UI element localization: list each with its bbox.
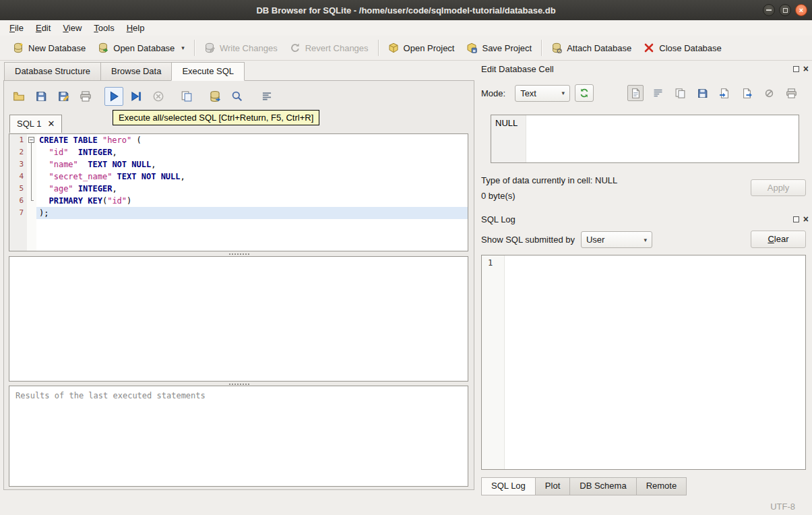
filter-label: Show SQL submitted by xyxy=(481,235,575,245)
titlebar[interactable]: DB Browser for SQLite - /home/user/code/… xyxy=(0,0,812,20)
splitter-handle[interactable] xyxy=(4,251,474,256)
menu-tools[interactable]: Tools xyxy=(88,22,120,34)
execute-sql-panel: SQL 1 ✕ 1−CREATE TABLE "hero" (2 "id" IN… xyxy=(3,80,474,490)
tab-database-structure[interactable]: Database Structure xyxy=(4,62,100,81)
tab-plot[interactable]: Plot xyxy=(536,477,570,495)
close-database-icon xyxy=(644,42,654,53)
float-icon[interactable] xyxy=(793,66,799,72)
code-text: CREATE TABLE "hero" ( xyxy=(36,134,468,146)
import-cell-button[interactable] xyxy=(716,85,732,101)
save-cell-button[interactable] xyxy=(694,85,710,101)
open-project-button[interactable]: Open Project xyxy=(382,40,461,56)
fold-marker xyxy=(27,171,36,183)
close-icon[interactable]: × xyxy=(803,66,809,72)
menu-view[interactable]: View xyxy=(57,22,88,34)
edit-cell-dock-header: Edit Database Cell × xyxy=(481,63,809,75)
sql-doc-tab[interactable]: SQL 1 ✕ xyxy=(9,115,62,133)
editor-line[interactable]: 6 PRIMARY KEY("id") xyxy=(9,195,468,207)
sql-log-dock-header: SQL Log × xyxy=(481,213,809,225)
menu-edit[interactable]: Edit xyxy=(30,22,57,34)
sql-log-view[interactable]: 1 xyxy=(481,255,806,470)
line-number: 2 xyxy=(9,146,27,158)
tab-sql-log[interactable]: SQL Log xyxy=(481,477,536,495)
print-sql-button[interactable] xyxy=(76,87,95,106)
right-pane: Edit Database Cell × Mode: Text ▾ NULL T… xyxy=(476,61,812,497)
chevron-down-icon[interactable]: ▾ xyxy=(181,44,185,51)
open-sql-file-button[interactable] xyxy=(9,87,28,106)
editor-line[interactable]: 2 "id" INTEGER, xyxy=(9,146,468,158)
edit-cell-toolbar: Mode: Text ▾ xyxy=(481,84,809,102)
float-icon[interactable] xyxy=(793,216,799,222)
set-null-button[interactable] xyxy=(761,85,777,101)
tab-execute-sql[interactable]: Execute SQL xyxy=(171,62,245,81)
menubar: File Edit View Tools Help xyxy=(0,20,812,36)
editor-line[interactable]: 4 "secret_name" TEXT NOT NULL, xyxy=(9,171,468,183)
print-cell-button[interactable] xyxy=(783,85,799,101)
code-text: "id" INTEGER, xyxy=(36,146,468,158)
clear-button[interactable]: Clear xyxy=(751,231,806,248)
close-icon[interactable]: × xyxy=(803,216,809,222)
export-cell-button[interactable] xyxy=(739,85,755,101)
fold-marker xyxy=(27,183,36,195)
format-sql-button[interactable] xyxy=(257,87,276,106)
cell-value-area: NULL xyxy=(491,115,526,162)
line-number: 7 xyxy=(9,207,27,219)
app-window: DB Browser for SQLite - /home/user/code/… xyxy=(0,0,812,515)
save-results-button[interactable] xyxy=(177,87,196,106)
editor-line[interactable]: 1−CREATE TABLE "hero" ( xyxy=(9,134,468,146)
sql-log-title: SQL Log xyxy=(481,214,793,224)
splitter-grip-icon xyxy=(229,384,249,385)
auto-format-button[interactable] xyxy=(575,84,594,102)
results-grid[interactable] xyxy=(9,256,468,382)
main-tab-bar: Database StructureBrowse DataExecute SQL xyxy=(4,62,245,81)
attach-database-button[interactable]: Attach Database xyxy=(545,40,637,56)
copy-cell-button[interactable] xyxy=(672,85,688,101)
line-number: 4 xyxy=(9,171,27,183)
execute-all-button[interactable] xyxy=(104,87,123,106)
code-text: "secret_name" TEXT NOT NULL, xyxy=(36,171,468,183)
write-changes-label: Write Changes xyxy=(220,43,278,53)
find-replace-button[interactable] xyxy=(228,87,247,106)
line-number: 1 xyxy=(9,134,27,146)
cell-editor[interactable]: NULL xyxy=(491,115,799,163)
submitted-by-select[interactable]: User ▾ xyxy=(581,231,652,248)
close-tab-icon[interactable]: ✕ xyxy=(47,119,55,128)
close-database-button[interactable]: Close Database xyxy=(637,40,728,56)
editor-line[interactable]: 3 "name" TEXT NOT NULL, xyxy=(9,158,468,171)
save-project-button[interactable]: Save Project xyxy=(460,40,538,56)
editor-line[interactable]: 5 "age" INTEGER, xyxy=(9,183,468,195)
close-button[interactable]: × xyxy=(795,4,807,16)
menu-file[interactable]: File xyxy=(3,22,30,34)
mode-select[interactable]: Text ▾ xyxy=(515,85,570,102)
line-number: 6 xyxy=(9,195,27,207)
menu-help[interactable]: Help xyxy=(121,22,151,34)
new-database-icon xyxy=(13,42,24,53)
open-database-button[interactable]: Open Database▾ xyxy=(92,40,191,56)
maximize-button[interactable] xyxy=(779,4,791,16)
sql-doc-tab-bar: SQL 1 ✕ xyxy=(9,115,62,133)
tab-browse-data[interactable]: Browse Data xyxy=(100,62,171,81)
fold-marker xyxy=(27,195,36,207)
save-sql-file-as-button[interactable] xyxy=(54,87,73,106)
sql-editor[interactable]: 1−CREATE TABLE "hero" (2 "id" INTEGER,3 … xyxy=(9,133,468,251)
export-database-button[interactable] xyxy=(206,87,224,106)
tooltip: Execute all/selected SQL [Ctrl+Return, F… xyxy=(113,110,319,125)
new-database-button[interactable]: New Database xyxy=(7,40,92,56)
revert-changes-label: Revert Changes xyxy=(305,43,369,53)
open-database-label: Open Database xyxy=(113,43,175,53)
statusbar: UTF-8 xyxy=(0,497,812,515)
mode-value: Text xyxy=(520,88,536,98)
editor-line[interactable]: 7); xyxy=(9,207,468,219)
chevron-down-icon: ▾ xyxy=(644,237,647,243)
window-controls: × xyxy=(763,4,807,16)
tab-db-schema[interactable]: DB Schema xyxy=(570,477,636,495)
minimize-button[interactable] xyxy=(763,4,775,16)
word-wrap-button[interactable] xyxy=(650,85,666,101)
document-button[interactable] xyxy=(627,85,644,101)
tab-remote[interactable]: Remote xyxy=(637,477,687,495)
revert-changes-icon xyxy=(290,42,301,53)
attach-database-icon xyxy=(551,42,562,53)
execute-current-line-button[interactable] xyxy=(127,87,146,106)
code-text: PRIMARY KEY("id") xyxy=(36,195,468,207)
save-sql-file-button[interactable] xyxy=(32,87,51,106)
